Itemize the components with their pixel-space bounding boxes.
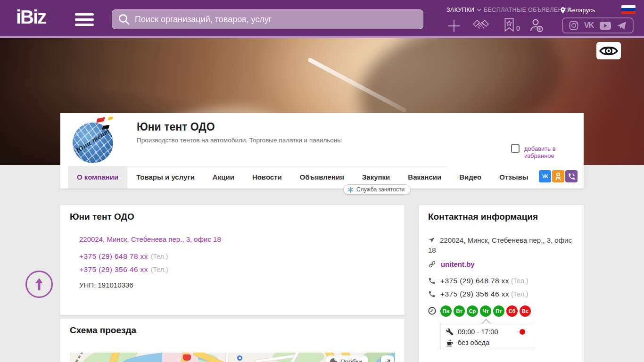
phone-link[interactable]: +375 (29) 356 46 xx	[79, 265, 148, 273]
company-description: Производство тентов на автомобили. Торго…	[137, 137, 342, 144]
page: iBiz ЗАКУПКИ БЕСПЛАТНЫЕ ОБЪЯВЛЕНИЯ Белар…	[0, 0, 644, 362]
company-tabs: О компании Товары и услуги Акции Новости…	[68, 166, 537, 189]
bookmark-star-icon	[504, 18, 515, 32]
employment-service-tooltip[interactable]: Служба занятости	[343, 184, 411, 195]
procurement-link[interactable]: ЗАКУПКИ	[446, 7, 481, 13]
map-road	[224, 353, 229, 362]
header: iBiz ЗАКУПКИ БЕСПЛАТНЫЕ ОБЪЯВЛЕНИЯ Белар…	[0, 0, 644, 38]
user-add-icon	[529, 18, 544, 33]
header-divider	[0, 36, 644, 38]
phone-type: (Тел.)	[151, 253, 168, 260]
eye-icon	[599, 44, 619, 58]
map-card: Схема проезда Лошица Пробки	[60, 319, 405, 362]
accessibility-eye-button[interactable]	[596, 42, 621, 59]
lunch-info: без обеда	[458, 339, 489, 346]
phone-link[interactable]: +375 (29) 648 78 xx	[79, 252, 148, 260]
map-railway	[70, 353, 83, 362]
day-badge-sun[interactable]: Вс	[520, 305, 531, 317]
contact-address-row: 220024, Минск, Стебенева пер., 3, офис 1…	[428, 235, 574, 255]
closed-now-indicator	[520, 329, 525, 335]
company-card: Юни тент Юни тент ОДО Производство тенто…	[60, 113, 584, 189]
map-fullscreen-button[interactable]	[381, 355, 394, 362]
map-canvas[interactable]: Лошица Пробки	[70, 353, 395, 362]
traffic-button[interactable]: Пробки	[326, 355, 368, 362]
day-badge-thu[interactable]: Чт	[480, 305, 491, 317]
viber-share-button[interactable]	[565, 170, 578, 182]
phone-icon	[428, 277, 436, 285]
contact-card: Контактная информация 220024, Минск, Сте…	[419, 205, 584, 362]
favorites-count: 0	[516, 25, 520, 32]
arrow-up-icon	[33, 277, 45, 291]
favorites-button[interactable]: 0	[504, 18, 520, 32]
favorite-checkbox[interactable]	[511, 144, 520, 153]
favorite-label[interactable]: добавить в избранное	[524, 145, 584, 159]
scroll-top-button[interactable]	[25, 271, 53, 298]
work-tools-icon	[446, 328, 454, 336]
contact-title: Контактная информация	[428, 212, 538, 222]
add-button[interactable]	[447, 19, 461, 33]
phone-link[interactable]: +375 (29) 356 46 xx	[440, 290, 509, 298]
employment-service-icon	[347, 187, 354, 193]
map-marker-company[interactable]	[237, 355, 242, 361]
phone-link[interactable]: +375 (29) 648 78 xx	[440, 277, 509, 285]
youtube-icon[interactable]	[600, 22, 611, 30]
day-badge-fri[interactable]: Пт	[493, 305, 504, 317]
company-logo: Юни тент	[69, 115, 119, 165]
search-bar	[112, 9, 423, 29]
ok-share-button[interactable]	[552, 170, 564, 182]
search-input[interactable]	[130, 10, 423, 29]
language-flag-russian[interactable]	[621, 5, 636, 14]
employment-service-label: Служба занятости	[356, 186, 405, 193]
day-badge-wed[interactable]: Ср	[467, 305, 478, 317]
phone-type: (Тел.)	[511, 277, 528, 285]
search-icon	[118, 13, 130, 25]
expand-icon	[385, 359, 391, 362]
tab-ads[interactable]: Объявления	[291, 166, 353, 189]
map-marker-red[interactable]	[183, 354, 191, 361]
popover-pointer	[481, 319, 491, 329]
working-hours: 09:00 - 17:00	[458, 328, 498, 336]
lunch-row: без обеда	[446, 339, 489, 346]
contact-phone-row: +375 (29) 356 46 xx(Тел.)	[428, 290, 528, 298]
company-website-link[interactable]: unitent.by	[441, 260, 475, 268]
telegram-icon[interactable]	[617, 21, 627, 30]
handshake-icon	[472, 19, 490, 32]
company-name: Юни тент ОДО	[137, 121, 215, 133]
traffic-icon	[330, 358, 337, 362]
about-title: Юни тент ОДО	[70, 212, 134, 222]
phone-type: (Тел.)	[151, 266, 168, 273]
free-ads-link[interactable]: БЕСПЛАТНЫЕ ОБЪЯВЛЕНИЯ	[484, 7, 571, 13]
tab-promos[interactable]: Акции	[204, 166, 243, 189]
tab-video[interactable]: Видео	[450, 166, 490, 189]
link-icon	[428, 260, 436, 268]
map-title: Схема проезда	[70, 325, 136, 336]
country-selector[interactable]: Беларусь	[560, 7, 595, 14]
instagram-icon[interactable]	[569, 21, 578, 30]
contact-website-row: unitent.by	[428, 260, 475, 268]
coffee-cup-icon	[446, 339, 454, 346]
traffic-label: Пробки	[340, 358, 362, 362]
phone-type: (Тел.)	[511, 290, 528, 298]
day-badge-sat[interactable]: Сб	[506, 305, 518, 317]
navigation-arrow-icon	[428, 237, 435, 244]
about-phone-row: +375 (29) 648 78 xx(Тел.)	[79, 252, 168, 261]
header-socials: VK	[562, 17, 634, 33]
vk-icon[interactable]: VK	[584, 21, 594, 30]
tab-products[interactable]: Товары и услуги	[127, 166, 204, 189]
tab-reviews[interactable]: Отзывы	[490, 166, 537, 189]
vk-share-button[interactable]: VK	[539, 170, 551, 182]
about-phone-row: +375 (29) 356 46 xx(Тел.)	[79, 265, 168, 274]
menu-button[interactable]	[75, 13, 94, 26]
day-badge-tue[interactable]: Вт	[454, 305, 465, 317]
ibiz-logo[interactable]: iBiz	[16, 7, 46, 28]
company-unp: УНП: 191010336	[79, 281, 133, 289]
location-pin-icon	[560, 7, 566, 14]
profile-button[interactable]	[529, 18, 544, 33]
partnership-button[interactable]	[472, 19, 490, 32]
tab-about[interactable]: О компании	[68, 166, 127, 189]
day-badge-mon[interactable]: Пн	[440, 305, 452, 317]
about-address-link[interactable]: 220024, Минск, Стебенева пер., 3, офис 1…	[79, 235, 221, 243]
logo-flag-yellow	[108, 116, 113, 120]
tab-news[interactable]: Новости	[243, 166, 291, 189]
logo-flag-red	[96, 117, 105, 123]
